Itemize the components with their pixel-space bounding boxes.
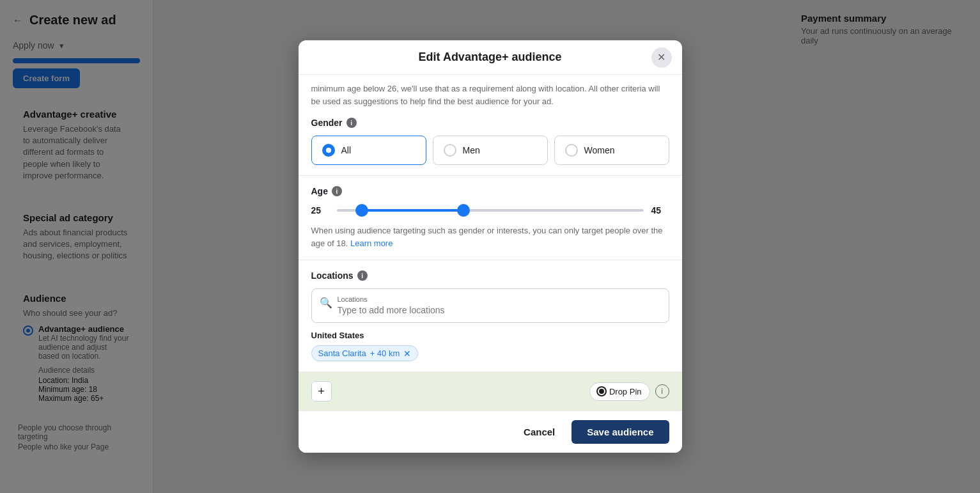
locations-section: Locations i 🔍 Locations United States Sa… (299, 260, 682, 372)
close-button[interactable]: ✕ (651, 47, 672, 68)
gender-options: All Men Women (311, 136, 669, 165)
drop-pin-dot (598, 387, 605, 395)
locations-input-area: Locations (338, 295, 661, 316)
modal-body: minimum age below 26, we'll use that as … (299, 75, 682, 411)
gender-info-icon[interactable]: i (346, 118, 357, 128)
gender-label: Gender i (311, 118, 669, 128)
modal-header: Edit Advantage+ audience ✕ (299, 40, 682, 75)
locations-input[interactable] (338, 305, 661, 315)
locations-info-icon[interactable]: i (357, 270, 368, 281)
modal-footer: Cancel Save audience (299, 411, 682, 453)
map-area: + Drop Pin i (299, 372, 682, 411)
gender-option-men[interactable]: Men (433, 136, 548, 165)
age-max-value: 45 (651, 205, 669, 215)
radio-all (322, 144, 335, 157)
drop-pin-button[interactable]: Drop Pin (589, 382, 650, 401)
map-info-button[interactable]: i (655, 384, 669, 398)
locations-label: Locations i (311, 270, 669, 281)
location-tag-santa-clarita[interactable]: Santa Clarita + 40 km ✕ (311, 345, 419, 361)
map-add-button[interactable]: + (311, 381, 332, 402)
location-tags: Santa Clarita + 40 km ✕ (311, 345, 669, 361)
radio-men (444, 144, 456, 157)
search-icon: 🔍 (320, 297, 332, 309)
country-name: United States (311, 331, 669, 340)
age-slider[interactable] (337, 204, 644, 217)
modal-info-text: minimum age below 26, we'll use that as … (299, 75, 682, 107)
age-note: When using audience targeting such as ge… (311, 224, 669, 249)
edit-audience-modal: Edit Advantage+ audience ✕ minimum age b… (299, 40, 682, 453)
learn-more-link[interactable]: Learn more (350, 239, 393, 248)
slider-thumb-right[interactable] (457, 204, 470, 217)
age-range-row: 25 45 (311, 204, 669, 217)
cancel-button[interactable]: Cancel (513, 421, 565, 442)
gender-option-women[interactable]: Women (554, 136, 669, 165)
save-audience-button[interactable]: Save audience (572, 420, 669, 444)
age-min-value: 25 (311, 205, 329, 215)
gender-option-all[interactable]: All (311, 136, 426, 165)
slider-fill (362, 209, 463, 212)
gender-section: Gender i All Men Women (299, 107, 682, 176)
age-label: Age i (311, 186, 669, 196)
modal-title: Edit Advantage+ audience (419, 51, 562, 64)
slider-thumb-left[interactable] (355, 204, 368, 217)
locations-search-box: 🔍 Locations (311, 288, 669, 323)
age-info-icon[interactable]: i (332, 186, 342, 196)
age-section: Age i 25 45 When using audience targetin… (299, 176, 682, 260)
modal-overlay: Edit Advantage+ audience ✕ minimum age b… (0, 0, 980, 493)
radio-women (565, 144, 578, 157)
location-tag-close[interactable]: ✕ (403, 349, 411, 358)
